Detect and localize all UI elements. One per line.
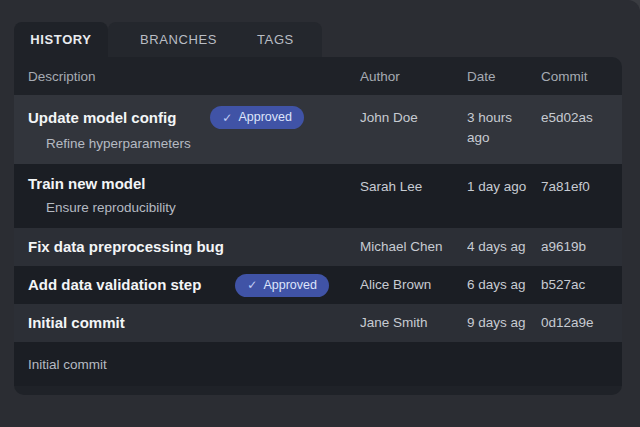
- commit-author: Alice Brown: [360, 275, 467, 295]
- app-window: HISTORY BRANCHES TAGS Description Author…: [0, 0, 640, 427]
- commit-row[interactable]: Fix data preprocessing bug Michael Chen …: [14, 228, 622, 266]
- commit-title: Update model config: [28, 109, 176, 127]
- commit-subtitle: Ensure reproducibility: [28, 200, 360, 215]
- column-header-commit: Commit: [541, 69, 622, 84]
- column-header-date: Date: [467, 69, 541, 84]
- commit-title: Initial commit: [28, 357, 107, 372]
- commit-row[interactable]: Train new model Ensure reproducibility S…: [14, 164, 622, 228]
- column-header-description: Description: [14, 69, 360, 84]
- commit-date: 9 days ag: [467, 313, 541, 333]
- commit-description-cell: Initial commit: [14, 314, 360, 332]
- commit-hash: a9619b: [541, 237, 622, 257]
- badge-label: Approved: [238, 111, 292, 124]
- commit-description-cell: Fix data preprocessing bug: [14, 238, 360, 256]
- commit-date: 4 days ag: [467, 237, 541, 257]
- commit-date: 6 days ag: [467, 275, 541, 295]
- commit-hash: 7a81ef0: [541, 177, 622, 197]
- approved-badge: ✓ Approved: [210, 106, 304, 129]
- commit-title: Train new model: [28, 175, 146, 193]
- commit-description-cell: Train new model Ensure reproducibility: [14, 175, 360, 215]
- commit-row[interactable]: Update model config ✓ Approved Refine hy…: [14, 95, 622, 164]
- commit-hash: e5d02as: [541, 108, 622, 128]
- tab-tags[interactable]: TAGS: [257, 32, 294, 47]
- tab-branches[interactable]: BRANCHES: [140, 32, 217, 47]
- check-icon: ✓: [247, 279, 257, 291]
- commit-title: Fix data preprocessing bug: [28, 238, 224, 255]
- commit-description-cell: Initial commit: [14, 355, 360, 373]
- history-panel: Description Author Date Commit Update mo…: [14, 57, 622, 395]
- commit-author: Sarah Lee: [360, 177, 467, 197]
- commit-row[interactable]: Add data validation step ✓ Approved Alic…: [14, 266, 622, 304]
- check-icon: ✓: [222, 112, 232, 124]
- commit-title: Add data validation step: [28, 276, 201, 294]
- commit-hash: b527ac: [541, 275, 622, 295]
- tab-bar: HISTORY BRANCHES TAGS: [0, 0, 640, 57]
- commit-description-cell: Update model config ✓ Approved Refine hy…: [14, 106, 360, 151]
- table-header-row: Description Author Date Commit: [14, 57, 622, 95]
- commit-date: 1 day ago: [467, 177, 541, 197]
- tab-group: BRANCHES TAGS: [108, 22, 322, 57]
- commit-author: Michael Chen: [360, 237, 467, 257]
- commit-row[interactable]: Initial commit: [14, 342, 622, 386]
- tab-history[interactable]: HISTORY: [14, 22, 108, 57]
- commit-title: Initial commit: [28, 314, 125, 331]
- column-header-author: Author: [360, 69, 467, 84]
- commit-hash: 0d12a9e: [541, 313, 622, 333]
- commit-subtitle: Refine hyperparameters: [28, 136, 360, 151]
- commit-author: Jane Smith: [360, 313, 467, 333]
- commit-author: John Doe: [360, 108, 467, 128]
- commit-date: 3 hours ago: [467, 108, 541, 147]
- commit-row[interactable]: Initial commit Jane Smith 9 days ag 0d12…: [14, 304, 622, 342]
- commit-description-cell: Add data validation step ✓ Approved: [14, 274, 360, 297]
- approved-badge: ✓ Approved: [235, 274, 329, 297]
- badge-label: Approved: [263, 279, 317, 292]
